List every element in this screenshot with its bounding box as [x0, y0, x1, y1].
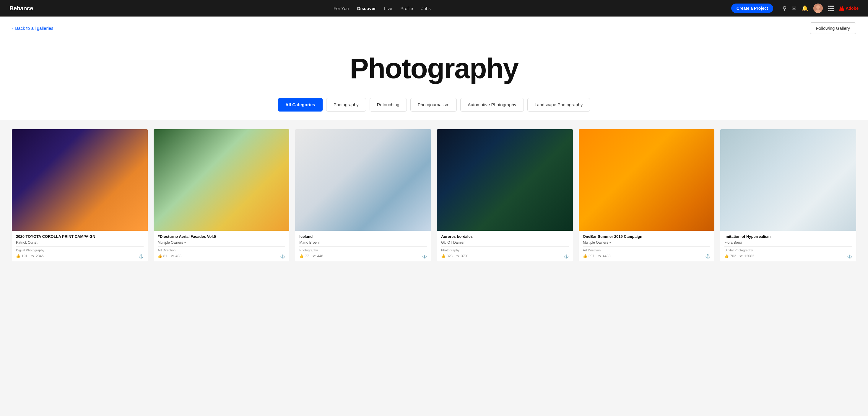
subheader: ‹ Back to all galleries Following Galler… — [0, 16, 868, 40]
likes-count-1: 81 — [163, 254, 167, 258]
project-title-1: #Diocturno Aerial Facades Vol.5 — [158, 234, 285, 239]
bookmark-icon-4[interactable]: ⚓ — [705, 254, 710, 258]
category-btn-0[interactable]: All Categories — [278, 98, 322, 111]
project-category-4: Art Direction — [583, 246, 711, 252]
category-btn-4[interactable]: Automotive Photography — [460, 98, 524, 111]
project-author-4: Multiple Owners ▾ — [583, 240, 711, 245]
views-count-0: 2345 — [36, 254, 44, 258]
project-stats-4: 👍 397 👁 4438 ⚓ — [583, 254, 711, 258]
project-card-0[interactable]: 2020 TOYOTA COROLLA PRINT CAMPAIGN Patri… — [12, 129, 148, 262]
projects-grid: 2020 TOYOTA COROLLA PRINT CAMPAIGN Patri… — [12, 129, 856, 262]
views-stat-4: 👁 4438 — [598, 254, 611, 258]
project-category-5: Digital Photography — [724, 246, 852, 252]
site-logo[interactable]: Behance — [9, 5, 33, 12]
project-title-4: OneBar Summer 2019 Campaign — [583, 234, 711, 239]
project-title-2: Iceland — [299, 234, 427, 239]
eye-icon-4: 👁 — [598, 254, 601, 258]
project-author-0: Patrick Curtet — [16, 240, 144, 245]
project-title-5: Imitation of Hyperrealism — [724, 234, 852, 239]
navbar-icons: ⚲ ✉ 🔔 Adobe — [783, 4, 859, 13]
project-info-4: OneBar Summer 2019 Campaign Multiple Own… — [579, 231, 715, 262]
views-count-1: 408 — [176, 254, 181, 258]
project-card-1[interactable]: #Diocturno Aerial Facades Vol.5 Multiple… — [154, 129, 289, 262]
adobe-logo: Adobe — [839, 6, 859, 11]
nav-links: For You Discover Live Profile Jobs — [42, 6, 722, 11]
navbar: Behance For You Discover Live Profile Jo… — [0, 0, 868, 16]
categories-bar: All CategoriesPhotographyRetouchingPhoto… — [0, 92, 868, 120]
bell-icon[interactable]: 🔔 — [802, 5, 808, 11]
project-thumbnail-0 — [12, 129, 148, 231]
multi-owner-dropdown-${i}[interactable]: ▾ — [610, 241, 611, 244]
thumbs-up-icon-4: 👍 — [583, 254, 587, 258]
views-count-2: 446 — [317, 254, 323, 258]
avatar[interactable] — [813, 4, 823, 13]
category-btn-5[interactable]: Landscape Photography — [527, 98, 590, 111]
project-thumbnail-4 — [579, 129, 715, 231]
project-card-5[interactable]: Imitation of Hyperrealism Flora Borsi Di… — [720, 129, 856, 262]
thumbs-up-icon-3: 👍 — [441, 254, 445, 258]
project-info-1: #Diocturno Aerial Facades Vol.5 Multiple… — [154, 231, 289, 262]
project-card-3[interactable]: Aurores boréales GUIOT Damien Photograph… — [437, 129, 573, 262]
back-to-galleries-link[interactable]: ‹ Back to all galleries — [12, 26, 54, 31]
project-stats-1: 👍 81 👁 408 ⚓ — [158, 254, 285, 258]
views-stat-5: 👁 12082 — [740, 254, 754, 258]
project-card-4[interactable]: OneBar Summer 2019 Campaign Multiple Own… — [579, 129, 715, 262]
project-title-0: 2020 TOYOTA COROLLA PRINT CAMPAIGN — [16, 234, 144, 239]
multi-owner-dropdown-${i}[interactable]: ▾ — [184, 241, 186, 244]
likes-stat-0: 👍 191 — [16, 254, 28, 258]
category-btn-1[interactable]: Photography — [326, 98, 366, 111]
project-author-5: Flora Borsi — [724, 240, 852, 245]
svg-point-1 — [816, 5, 820, 9]
project-card-2[interactable]: Iceland Mario Broehl Photography 👍 77 👁 … — [295, 129, 431, 262]
category-btn-3[interactable]: Photojournalism — [410, 98, 457, 111]
search-icon[interactable]: ⚲ — [783, 5, 786, 11]
page-title: Photography — [0, 54, 868, 82]
back-arrow-icon: ‹ — [12, 26, 13, 31]
eye-icon-2: 👁 — [313, 254, 316, 258]
stat-group-3: 👍 323 👁 3791 — [441, 254, 469, 258]
nav-discover[interactable]: Discover — [357, 6, 376, 11]
bookmark-icon-5[interactable]: ⚓ — [847, 254, 852, 258]
stat-group-4: 👍 397 👁 4438 — [583, 254, 611, 258]
bookmark-icon-1[interactable]: ⚓ — [280, 254, 285, 258]
project-author-2: Mario Broehl — [299, 240, 427, 245]
thumbs-up-icon-2: 👍 — [299, 254, 304, 258]
following-gallery-button[interactable]: Following Gallery — [810, 23, 856, 34]
project-thumbnail-2 — [295, 129, 431, 231]
likes-count-0: 191 — [22, 254, 28, 258]
project-author-1: Multiple Owners ▾ — [158, 240, 285, 245]
nav-jobs[interactable]: Jobs — [421, 6, 431, 11]
views-stat-3: 👁 3791 — [456, 254, 469, 258]
main-content: 2020 TOYOTA COROLLA PRINT CAMPAIGN Patri… — [0, 120, 868, 279]
thumbs-up-icon-5: 👍 — [724, 254, 729, 258]
eye-icon-1: 👁 — [171, 254, 174, 258]
thumbs-up-icon-0: 👍 — [16, 254, 20, 258]
likes-count-3: 323 — [447, 254, 453, 258]
project-info-2: Iceland Mario Broehl Photography 👍 77 👁 … — [295, 231, 431, 262]
bookmark-icon-0[interactable]: ⚓ — [138, 254, 144, 258]
stat-group-1: 👍 81 👁 408 — [158, 254, 181, 258]
project-category-2: Photography — [299, 246, 427, 252]
project-thumbnail-1 — [154, 129, 289, 231]
likes-count-5: 702 — [730, 254, 736, 258]
stat-group-2: 👍 77 👁 446 — [299, 254, 323, 258]
likes-stat-2: 👍 77 — [299, 254, 309, 258]
project-stats-2: 👍 77 👁 446 ⚓ — [299, 254, 427, 258]
nav-live[interactable]: Live — [384, 6, 392, 11]
create-project-button[interactable]: Create a Project — [731, 4, 773, 13]
views-stat-1: 👁 408 — [171, 254, 181, 258]
views-count-4: 4438 — [603, 254, 611, 258]
project-stats-5: 👍 702 👁 12082 ⚓ — [724, 254, 852, 258]
project-category-0: Digital Photography — [16, 246, 144, 252]
project-stats-0: 👍 191 👁 2345 ⚓ — [16, 254, 144, 258]
bookmark-icon-2[interactable]: ⚓ — [422, 254, 427, 258]
project-info-5: Imitation of Hyperrealism Flora Borsi Di… — [720, 231, 856, 262]
nav-profile[interactable]: Profile — [401, 6, 413, 11]
apps-icon[interactable] — [828, 6, 834, 11]
bookmark-icon-3[interactable]: ⚓ — [564, 254, 569, 258]
thumbs-up-icon-1: 👍 — [158, 254, 162, 258]
category-btn-2[interactable]: Retouching — [370, 98, 407, 111]
nav-for-you[interactable]: For You — [334, 6, 349, 11]
project-author-3: GUIOT Damien — [441, 240, 569, 245]
mail-icon[interactable]: ✉ — [792, 5, 796, 11]
